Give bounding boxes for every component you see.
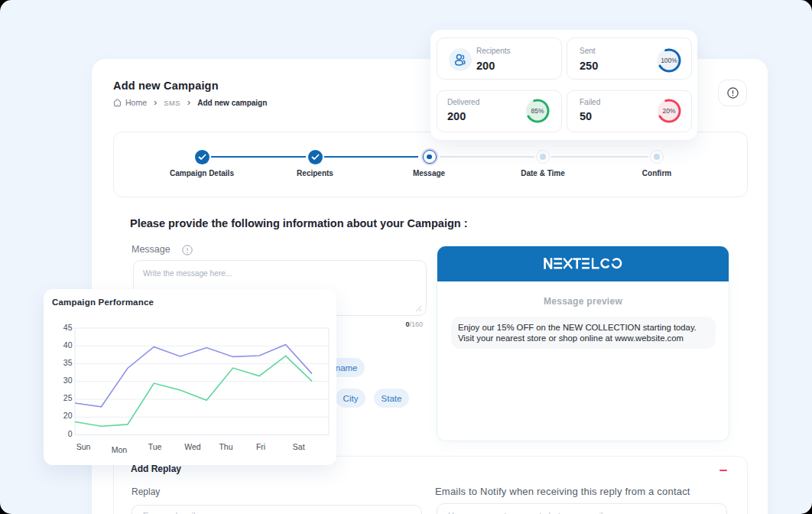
svg-text:0: 0 [68, 429, 73, 438]
svg-text:30: 30 [63, 376, 73, 385]
svg-text:20%: 20% [662, 107, 675, 115]
svg-text:Tue: Tue [148, 442, 162, 451]
svg-text:20: 20 [63, 411, 73, 420]
svg-text:45: 45 [63, 323, 73, 332]
svg-text:40: 40 [63, 340, 73, 350]
svg-text:Sat: Sat [293, 442, 305, 451]
svg-text:Sun: Sun [76, 442, 91, 451]
svg-text:Fri: Fri [256, 442, 265, 451]
svg-text:100%: 100% [661, 57, 677, 64]
svg-text:35: 35 [63, 358, 73, 367]
svg-text:Mon: Mon [112, 445, 128, 454]
svg-text:25: 25 [63, 393, 73, 402]
svg-text:Wed: Wed [184, 442, 201, 451]
svg-text:85%: 85% [531, 107, 544, 115]
svg-text:Thu: Thu [219, 442, 232, 451]
